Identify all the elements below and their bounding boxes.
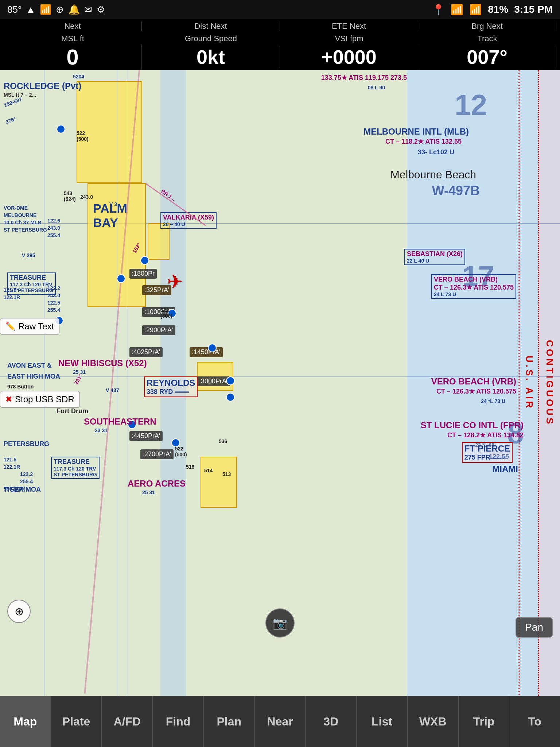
flight-value-labels: MSL ft Ground Speed VSI fpm Track — [0, 34, 560, 44]
contiguous-text: CONTIGUOUS — [544, 340, 555, 426]
sector-line-h2 — [0, 376, 560, 377]
traffic-dot-4 — [208, 344, 217, 352]
wifi-strength: 📶 — [451, 4, 463, 16]
nav-list[interactable]: List — [357, 696, 408, 747]
vsi-label: VSI fpm — [280, 34, 418, 43]
adsb-4025: :4025PrA' — [129, 347, 163, 357]
traffic-dot-8 — [171, 438, 180, 447]
adsb-2700: :2700PrA' — [140, 449, 174, 459]
nav-find[interactable]: Find — [153, 696, 204, 747]
msl-value: 0 — [4, 44, 142, 70]
nav-wxb[interactable]: WXB — [408, 696, 459, 747]
vero-ct1: CT – 126.3★ ATIS 120.575 — [434, 283, 514, 291]
pan-button[interactable]: Pan — [516, 617, 553, 638]
nav-trip[interactable]: Trip — [459, 696, 510, 747]
wxb-nav-label: WXB — [419, 715, 447, 728]
traffic-dot-3 — [168, 309, 176, 318]
nav-afd[interactable]: A/FD — [102, 696, 153, 747]
reynolds-info: 338 RYD ═══ — [147, 388, 195, 396]
sector-12: 12 — [455, 88, 487, 122]
us-air-label: U.S. AIR — [520, 70, 538, 696]
traffic-dot-6 — [226, 393, 235, 402]
plan-nav-label: Plan — [217, 715, 242, 728]
ground-speed-value: 0kt — [142, 46, 280, 68]
next-label: Next — [4, 22, 142, 31]
afd-nav-label: A/FD — [114, 715, 141, 728]
location-icon: 📍 — [432, 4, 445, 16]
track-value: 007° — [418, 46, 556, 68]
find-nav-label: Find — [166, 715, 191, 728]
traffic-dot-1 — [140, 256, 149, 265]
ft-pierce-box: FT PIERCE 275 FPR ═══ — [462, 442, 513, 463]
gps-icon: ⊕ — [56, 4, 64, 15]
nav-to[interactable]: To — [509, 696, 560, 747]
st-pete-1b: ST PETERSBURG — [10, 287, 53, 293]
boundary-line — [518, 70, 520, 696]
valkaria-box: VALKARIA (X59) 26 – 40 U — [160, 212, 217, 229]
map-area[interactable]: CONTIGUOUS U.S. AIR 12 17 8 ROCKLEDGE (P… — [0, 70, 560, 696]
ft-pierce-label: FT PIERCE — [464, 444, 510, 454]
stop-usb-sdr-button[interactable]: ✖ Stop USB SDR — [0, 391, 80, 408]
airspace-yellow-5 — [201, 457, 237, 508]
msl-label: MSL ft — [4, 34, 142, 43]
trip-nav-label: Trip — [473, 715, 495, 728]
status-left-icons: 85° ▲ 📶 ⊕ 🔔 ✉ ⚙ — [7, 4, 105, 15]
nav-plan[interactable]: Plan — [204, 696, 255, 747]
plate-nav-label: Plate — [62, 715, 90, 728]
gps-location-button[interactable]: ⊕ — [7, 600, 31, 623]
raw-text-button[interactable]: ✏️ Raw Text — [0, 318, 59, 335]
gps-arrow-icon: ⊕ — [15, 605, 24, 618]
flight-values: 0 0kt +0000 007° — [0, 44, 560, 70]
traffic-dot-2 — [117, 274, 125, 283]
vero-beach-box1: VERO BEACH (VRB) CT – 126.3★ ATIS 120.57… — [431, 274, 516, 299]
camera-icon: 📷 — [273, 616, 287, 630]
adsb-2900: :2900PrA' — [142, 325, 175, 335]
time-display: 3:15 PM — [514, 4, 553, 15]
center-map-button[interactable]: 📷 — [265, 608, 295, 638]
bottom-navigation: Map Plate A/FD Find Plan Near 3D List WX… — [0, 696, 560, 747]
stop-icon: ✖ — [5, 395, 12, 404]
traffic-dot-7 — [128, 420, 136, 429]
airspace-yellow-3 — [148, 223, 170, 260]
treasure-box1: TREASURE 117.3 Ch 120 TRV ST PETERSBURG — [7, 272, 56, 295]
pencil-icon: ✏️ — [5, 322, 15, 331]
status-right-info: 📍 📶 📶 81% 3:15 PM — [432, 4, 553, 16]
temp-icon: 85° — [7, 4, 22, 15]
nav-plate[interactable]: Plate — [51, 696, 102, 747]
vero-info1: 24 L 73 U — [434, 291, 514, 297]
nav-map[interactable]: Map — [0, 696, 51, 747]
aircraft-position: ✈ — [167, 271, 183, 293]
sebastian-box: SEBASTIAN (X26) 22 L 40 U — [404, 249, 465, 265]
contiguous-boundary: CONTIGUOUS — [538, 70, 560, 696]
track-label: Track — [418, 34, 556, 43]
adsb-4450: :4450PrA' — [129, 431, 163, 441]
airspace-yellow-1 — [77, 81, 142, 183]
reynolds-box: REYNOLDS 338 RYD ═══ — [144, 376, 198, 397]
sector-line-h1 — [0, 223, 560, 224]
sebastian-label: SEBASTIAN (X26) — [407, 250, 463, 258]
stop-sdr-label: Stop USB SDR — [15, 394, 74, 405]
valkaria-label: VALKARIA (X59) — [163, 214, 214, 221]
flight-top-labels: Next Dist Next ETE Next Brg Next — [0, 19, 560, 34]
treasure-ch1: 117.3 Ch 120 TRV — [10, 282, 53, 287]
flight-info-bar: Next Dist Next ETE Next Brg Next MSL ft … — [0, 19, 560, 70]
treasure-label1: TREASURE — [10, 274, 53, 282]
nav-3d[interactable]: 3D — [306, 696, 357, 747]
adsb-1450: :1450PrA' — [190, 347, 223, 357]
airway-v295 — [44, 70, 44, 696]
us-air-text: U.S. AIR — [524, 356, 535, 410]
list-nav-label: List — [372, 715, 392, 728]
nav-near[interactable]: Near — [255, 696, 306, 747]
near-nav-label: Near — [267, 715, 293, 728]
adsb-3000: :3000PrA' — [197, 376, 230, 386]
traffic-dot-9 — [57, 125, 65, 133]
to-nav-label: To — [528, 715, 541, 728]
brg-next-label: Brg Next — [418, 22, 556, 31]
wifi-icon: 📶 — [40, 4, 51, 15]
vsi-value: +0000 — [280, 46, 418, 68]
treasure-label2: TREASURE — [54, 458, 97, 466]
battery-level: 81% — [488, 4, 508, 15]
notification-icon: 🔔 — [68, 4, 80, 15]
signal-bars: 📶 — [469, 4, 482, 16]
settings-icon: ⚙ — [97, 4, 105, 15]
